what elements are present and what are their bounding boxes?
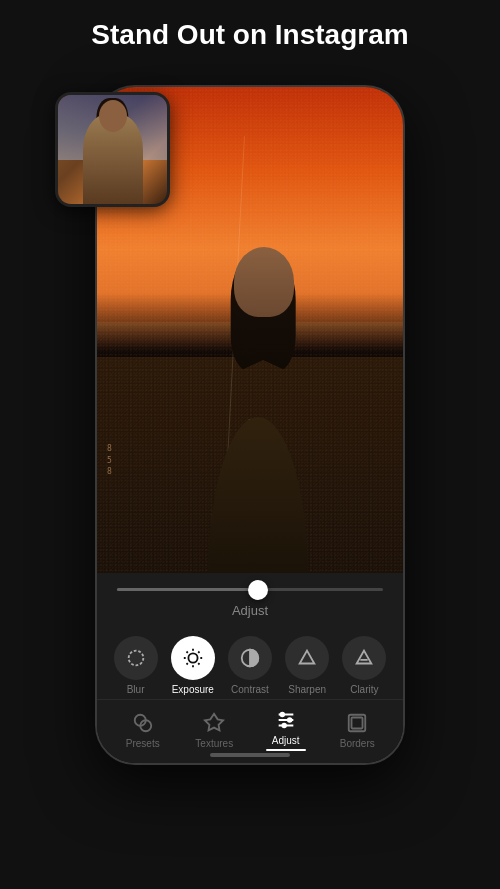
adjust-icon <box>274 708 298 732</box>
clarity-button[interactable] <box>342 636 386 680</box>
clarity-label: Clarity <box>350 684 378 695</box>
svg-marker-12 <box>357 651 372 664</box>
film-timestamp: 8 5 8 <box>107 443 112 477</box>
svg-marker-11 <box>300 651 315 664</box>
thumbnail-person-head <box>99 100 127 132</box>
svg-point-20 <box>288 718 292 722</box>
svg-point-1 <box>188 653 197 662</box>
tool-item-sharpen: Sharpen <box>282 636 332 695</box>
person-head <box>234 247 294 317</box>
borders-icon <box>345 711 369 735</box>
slider-fill <box>117 588 258 591</box>
tool-item-clarity: Clarity <box>339 636 389 695</box>
nav-item-borders[interactable]: Borders <box>327 711 387 749</box>
svg-line-8 <box>198 652 199 653</box>
tool-item-blur: Blur <box>111 636 161 695</box>
svg-line-6 <box>186 652 187 653</box>
svg-point-19 <box>280 713 284 717</box>
blur-label: Blur <box>127 684 145 695</box>
svg-line-7 <box>198 663 199 664</box>
nav-item-adjust[interactable]: Adjust <box>256 708 316 751</box>
contrast-label: Contrast <box>231 684 269 695</box>
original-photo-thumbnail <box>55 92 170 207</box>
tools-row: Blur Exposure <box>97 628 403 699</box>
borders-nav-label: Borders <box>340 738 375 749</box>
svg-rect-23 <box>352 717 363 728</box>
nav-item-textures[interactable]: Textures <box>184 711 244 749</box>
blur-button[interactable] <box>114 636 158 680</box>
sharpen-label: Sharpen <box>288 684 326 695</box>
bottom-navigation: Presets Textures <box>97 699 403 757</box>
home-indicator <box>210 753 290 757</box>
tool-item-contrast: Contrast <box>225 636 275 695</box>
exposure-label: Exposure <box>172 684 214 695</box>
adjust-active-indicator <box>266 749 306 751</box>
sharpen-button[interactable] <box>285 636 329 680</box>
adjustment-slider-area: Adjust <box>97 573 403 628</box>
nav-item-presets[interactable]: Presets <box>113 711 173 749</box>
svg-point-0 <box>128 651 143 666</box>
exposure-button[interactable] <box>171 636 215 680</box>
presets-icon <box>131 711 155 735</box>
slider-track[interactable] <box>117 588 383 591</box>
svg-point-21 <box>282 724 286 728</box>
textures-nav-label: Textures <box>195 738 233 749</box>
editing-controls-panel: Adjust Blur <box>97 573 403 763</box>
textures-icon <box>202 711 226 735</box>
headline: Stand Out on Instagram <box>0 18 500 52</box>
svg-line-9 <box>186 663 187 664</box>
adjust-nav-label: Adjust <box>272 735 300 746</box>
person-figure <box>178 227 338 577</box>
presets-nav-label: Presets <box>126 738 160 749</box>
contrast-button[interactable] <box>228 636 272 680</box>
slider-thumb[interactable] <box>248 580 268 600</box>
slider-label: Adjust <box>232 603 268 618</box>
tool-item-exposure: Exposure <box>168 636 218 695</box>
